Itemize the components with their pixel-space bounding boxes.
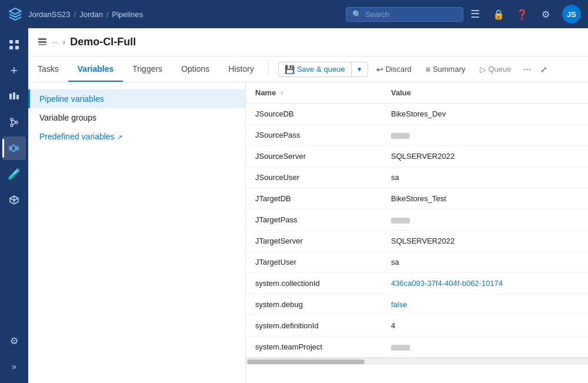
header-arrow-icon: › xyxy=(63,38,65,46)
var-value-cell xyxy=(382,337,588,358)
table-row[interactable]: system.collectionId436ca093-37f4-404f-b0… xyxy=(246,273,588,294)
queue-icon: ▷ xyxy=(480,65,486,74)
svg-rect-0 xyxy=(9,40,13,44)
table-row[interactable]: JTargetDBBikeStores_Test xyxy=(246,188,588,209)
var-name-cell: JSourcePass xyxy=(246,125,382,146)
help-icon[interactable]: ❓ xyxy=(515,7,529,21)
var-value-cell: BikeStores_Dev xyxy=(382,104,588,125)
sidebar-item-expand[interactable]: » xyxy=(2,355,26,378)
tab-triggers[interactable]: Triggers xyxy=(123,56,172,82)
tab-bar: Tasks Variables Triggers Options History xyxy=(28,56,588,82)
var-value-cell: 436ca093-37f4-404f-b062-10174 xyxy=(382,273,588,294)
search-placeholder: Search xyxy=(365,10,389,19)
sidebar-item-overview[interactable] xyxy=(2,33,26,56)
svg-point-9 xyxy=(15,121,18,124)
table-row[interactable]: JSourceServerSQLSERVER2022 xyxy=(246,146,588,167)
gear-icon[interactable]: ⚙ xyxy=(539,7,553,21)
table-row[interactable]: JTargetUsersa xyxy=(246,252,588,273)
table-row[interactable]: system.teamProject xyxy=(246,337,588,358)
list-icon[interactable]: ☰ xyxy=(468,7,482,21)
search-box[interactable]: 🔍 Search xyxy=(346,7,463,22)
vars-table-panel: Name ↑ Value JSourceDBBikeStores_DevJSou… xyxy=(246,82,588,383)
var-value-cell xyxy=(382,209,588,231)
save-queue-button[interactable]: 💾 Save & queue xyxy=(279,62,351,76)
sidebar-item-settings[interactable]: ⚙ xyxy=(2,329,26,352)
svg-point-8 xyxy=(11,124,13,126)
sidebar-item-new[interactable]: + xyxy=(2,59,26,82)
expand-button[interactable]: ⤢ xyxy=(537,62,551,76)
sidebar-item-test-plans[interactable]: 🧪 xyxy=(2,162,26,186)
left-sidebar: + 🧪 xyxy=(0,28,28,383)
col-value-header[interactable]: Value xyxy=(382,82,588,104)
sidebar-variable-groups[interactable]: Variable groups xyxy=(28,108,245,127)
save-icon: 💾 xyxy=(285,65,295,74)
svg-rect-6 xyxy=(16,95,19,99)
sidebar-item-pipelines[interactable] xyxy=(2,136,26,160)
svg-rect-17 xyxy=(38,44,46,45)
var-value-cell: false xyxy=(382,294,588,315)
horizontal-scrollbar[interactable] xyxy=(246,358,588,365)
sidebar-item-boards[interactable] xyxy=(2,85,26,108)
breadcrumb-section[interactable]: Pipelines xyxy=(112,10,143,19)
page-title: Demo-CI-Full xyxy=(70,36,136,48)
var-value-cell: SQLSERVER2022 xyxy=(382,146,588,167)
svg-rect-4 xyxy=(9,94,12,99)
sidebar-predefined-variables[interactable]: Predefined variables ↗ xyxy=(28,127,245,146)
tab-history[interactable]: History xyxy=(219,56,263,82)
svg-line-12 xyxy=(13,123,15,125)
avatar[interactable]: JS xyxy=(562,5,581,24)
sort-icon: ↑ xyxy=(280,89,284,96)
var-value-cell: 4 xyxy=(382,315,588,337)
header-more-button[interactable]: ··· xyxy=(52,38,58,46)
var-value-cell: BikeStores_Test xyxy=(382,188,588,209)
summary-button[interactable]: ≡ Summary xyxy=(420,62,472,76)
table-row[interactable]: JSourcePass xyxy=(246,125,588,146)
table-row[interactable]: system.debugfalse xyxy=(246,294,588,315)
breadcrumb: JordanSS23 / Jordan / Pipelines xyxy=(28,10,341,19)
summary-icon: ≡ xyxy=(426,65,430,74)
svg-rect-15 xyxy=(38,38,46,40)
scrollbar-thumb[interactable] xyxy=(247,359,365,364)
discard-icon: ↩ xyxy=(376,65,383,74)
svg-rect-2 xyxy=(9,46,13,49)
save-queue-dropdown-button[interactable]: ▾ xyxy=(352,62,368,76)
var-name-cell: JTargetServer xyxy=(246,231,382,252)
tab-tasks[interactable]: Tasks xyxy=(28,56,68,82)
svg-rect-5 xyxy=(13,92,15,99)
external-link-icon: ↗ xyxy=(117,134,122,141)
vars-sidebar: Pipeline variables Variable groups Prede… xyxy=(28,82,246,383)
search-icon: 🔍 xyxy=(352,10,362,19)
table-row[interactable]: JSourceDBBikeStores_Dev xyxy=(246,104,588,125)
tab-divider xyxy=(268,61,269,77)
save-queue-group: 💾 Save & queue ▾ xyxy=(278,62,368,77)
sidebar-item-artifacts[interactable] xyxy=(2,188,26,212)
sidebar-item-repos[interactable] xyxy=(2,111,26,134)
more-button[interactable]: ··· xyxy=(520,62,534,77)
breadcrumb-org[interactable]: JordanSS23 xyxy=(28,10,71,19)
table-row[interactable]: JSourceUsersa xyxy=(246,167,588,188)
discard-button[interactable]: ↩ Discard xyxy=(370,62,417,76)
main-content: ··· › Demo-CI-Full Tasks Variables Trigg… xyxy=(28,28,588,383)
tab-options[interactable]: Options xyxy=(172,56,219,82)
lock-icon[interactable]: 🔒 xyxy=(492,7,506,21)
var-value-cell: sa xyxy=(382,252,588,273)
var-value-cell: SQLSERVER2022 xyxy=(382,231,588,252)
queue-button[interactable]: ▷ Queue xyxy=(474,62,517,76)
tab-variables[interactable]: Variables xyxy=(68,56,123,82)
sidebar-pipeline-variables[interactable]: Pipeline variables xyxy=(28,89,245,108)
table-row[interactable]: JTargetServerSQLSERVER2022 xyxy=(246,231,588,252)
col-name-header[interactable]: Name ↑ xyxy=(246,82,382,104)
breadcrumb-project[interactable]: Jordan xyxy=(79,10,103,19)
tab-bar-left: Tasks Variables Triggers Options History xyxy=(28,56,263,82)
var-name-cell: JSourceServer xyxy=(246,146,382,167)
svg-rect-16 xyxy=(38,41,46,43)
table-row[interactable]: JTargetPass xyxy=(246,209,588,231)
var-name-cell: JSourceUser xyxy=(246,167,382,188)
app-logo[interactable] xyxy=(7,6,24,22)
pipeline-header: ··· › Demo-CI-Full xyxy=(28,28,588,56)
var-name-cell: JTargetUser xyxy=(246,252,382,273)
table-row[interactable]: system.definitionId4 xyxy=(246,315,588,337)
var-name-cell: system.collectionId xyxy=(246,273,382,294)
var-name-cell: system.teamProject xyxy=(246,337,382,358)
var-name-cell: JTargetPass xyxy=(246,209,382,231)
